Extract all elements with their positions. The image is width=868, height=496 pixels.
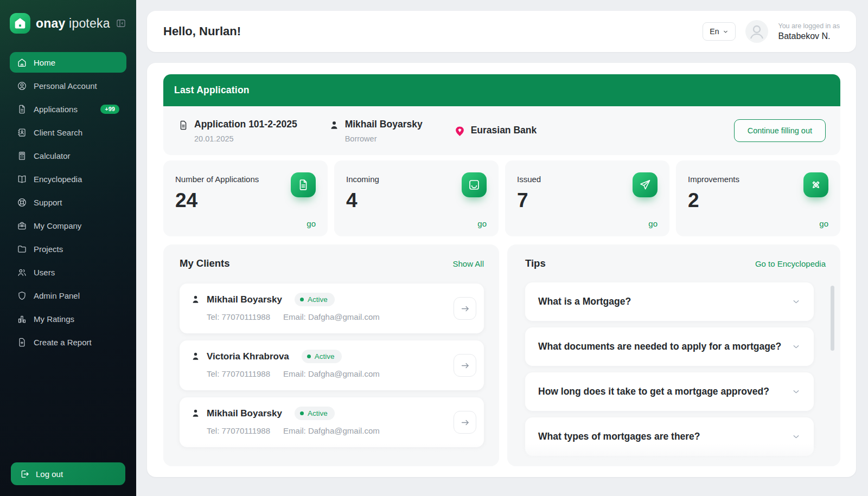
document-icon: [178, 120, 189, 143]
sidebar-item-client-search[interactable]: Client Search: [10, 122, 126, 143]
sidebar: onay ipoteka Home Personal Account Appli…: [0, 0, 136, 496]
sidebar-item-applications[interactable]: Applications +99: [10, 99, 126, 119]
status-text: Active: [308, 409, 328, 417]
user-name: Batabekov N.: [778, 31, 840, 41]
sidebar-nav: Home Personal Account Applications +99 C…: [10, 52, 126, 462]
application-number: Application 101-2-2025: [194, 119, 297, 130]
folder-icon: [17, 244, 27, 254]
client-tel: Tel: 77070111988: [207, 426, 270, 435]
language-selector[interactable]: En: [703, 22, 736, 41]
login-info: You are logged in as Batabekov N.: [778, 22, 840, 41]
sidebar-item-users[interactable]: Users: [10, 262, 126, 282]
sidebar-item-label: Home: [34, 58, 55, 67]
header-right: En You are logged in as Batabekov N.: [703, 20, 840, 43]
client-open-button[interactable]: [454, 354, 476, 377]
person-filled-icon: [190, 294, 201, 305]
go-link[interactable]: go: [477, 219, 487, 228]
sidebar-collapse-button[interactable]: [116, 18, 126, 29]
show-all-link[interactable]: Show All: [452, 259, 484, 268]
status-text: Active: [308, 295, 328, 304]
faq-item[interactable]: How long does it take to get a mortgage …: [525, 372, 814, 411]
applications-count-badge: +99: [100, 105, 119, 114]
person-filled-icon: [329, 120, 340, 143]
go-link[interactable]: go: [307, 219, 316, 228]
client-list: Mikhail Boyarsky Active Tel: 77070111988…: [180, 284, 484, 447]
panel-collapse-icon: [116, 18, 126, 29]
arrow-right-icon: [460, 417, 470, 428]
client-tel: Tel: 77070111988: [207, 369, 270, 378]
sidebar-item-projects[interactable]: Projects: [10, 239, 126, 259]
sidebar-item-calculator[interactable]: Calculator: [10, 145, 126, 166]
arrow-right-icon: [460, 360, 470, 371]
sidebar-item-my-company[interactable]: My Company: [10, 215, 126, 236]
person-filled-icon: [190, 351, 201, 362]
tips-title: Tips: [525, 257, 546, 269]
last-application-banner: Last Application Application 101-2-2025 …: [163, 74, 840, 155]
open-book-icon: [17, 174, 27, 184]
faq-item[interactable]: What is a Mortgage?: [525, 282, 814, 321]
sidebar-item-create-a-report[interactable]: Create a Report: [10, 332, 126, 352]
sidebar-item-my-ratings[interactable]: My Ratings: [10, 308, 126, 329]
banner-body: Application 101-2-2025 20.01.2025 Mikhai…: [163, 106, 840, 155]
chevron-down-icon: [792, 387, 801, 396]
stat-card-incoming: Incoming 4 go: [334, 160, 499, 236]
status-dot: [307, 355, 311, 358]
contact-book-icon: [17, 127, 27, 138]
client-card: Mikhail Boyarsky Active Tel: 77070111988…: [180, 284, 484, 333]
home-icon: [17, 57, 27, 68]
brand-logo: [10, 13, 30, 34]
status-badge: Active: [302, 350, 342, 363]
sidebar-item-label: Support: [34, 198, 62, 207]
client-name: Mikhail Boyarsky: [207, 294, 282, 305]
go-to-encyclopedia-link[interactable]: Go to Encyclopedia: [755, 259, 826, 268]
go-link[interactable]: go: [819, 219, 828, 228]
chevron-down-icon: [723, 29, 729, 35]
logout-icon: [20, 469, 30, 479]
banner-title: Last Application: [174, 85, 250, 96]
client-open-button[interactable]: [454, 411, 476, 434]
go-link[interactable]: go: [648, 219, 658, 228]
scrollbar-thumb[interactable]: [831, 286, 834, 351]
bank-pin-icon: [454, 126, 465, 137]
crossed-pencils-icon: [803, 172, 828, 197]
inbox-icon: [462, 172, 487, 197]
sidebar-item-label: Client Search: [34, 128, 82, 137]
sidebar-item-label: Users: [34, 268, 55, 277]
sidebar-item-home[interactable]: Home: [10, 52, 126, 73]
faq-item[interactable]: What types of mortgages are there?: [525, 417, 814, 456]
logout-label: Log out: [36, 469, 63, 479]
bar-chart-icon: [17, 314, 27, 324]
client-name: Victoria Khrabrova: [207, 351, 289, 362]
sidebar-item-label: My Ratings: [34, 314, 74, 324]
bottom-row: My Clients Show All Mikhail Boyarsky Act…: [163, 244, 840, 466]
paper-plane-icon: [633, 172, 658, 197]
faq-item[interactable]: What documents are needed to apply for a…: [525, 327, 814, 366]
stat-card-improvements: Improvements 2 go: [676, 160, 840, 236]
chevron-down-icon: [792, 432, 801, 441]
house-logo-icon: [14, 17, 27, 30]
person-circle-icon: [17, 81, 27, 91]
client-tel: Tel: 77070111988: [207, 312, 270, 321]
sidebar-item-support[interactable]: Support: [10, 192, 126, 212]
logout-button[interactable]: Log out: [11, 462, 125, 485]
sidebar-item-encyclopedia[interactable]: Encyclopedia: [10, 169, 126, 189]
sidebar-item-label: Calculator: [34, 151, 71, 160]
main-column: Hello, Nurlan! En You are logged in as B…: [136, 0, 868, 496]
calculator-icon: [17, 151, 27, 161]
continue-filling-out-button[interactable]: Continue filling out: [734, 119, 826, 142]
avatar[interactable]: [745, 20, 768, 43]
stat-card-issued: Issued 7 go: [505, 160, 669, 236]
lifebuoy-icon: [17, 197, 27, 208]
app-root: onay ipoteka Home Personal Account Appli…: [0, 0, 868, 496]
bank-name: Eurasian Bank: [471, 125, 537, 136]
sidebar-item-personal-account[interactable]: Personal Account: [10, 75, 126, 96]
dashboard-card: Last Application Application 101-2-2025 …: [147, 63, 856, 477]
stats-row: Number of Applications 24 go Incoming 4 …: [163, 160, 840, 236]
sidebar-item-admin-panel[interactable]: Admin Panel: [10, 285, 126, 306]
file-plus-icon: [17, 337, 27, 347]
brand-wordmark: onay ipoteka: [36, 16, 110, 31]
client-open-button[interactable]: [454, 297, 476, 320]
client-top: Mikhail Boyarsky Active: [190, 293, 446, 306]
client-contacts: Tel: 77070111988 Email: Dafgha@gmail.com: [190, 426, 446, 435]
faq-question: How long does it take to get a mortgage …: [538, 386, 769, 397]
